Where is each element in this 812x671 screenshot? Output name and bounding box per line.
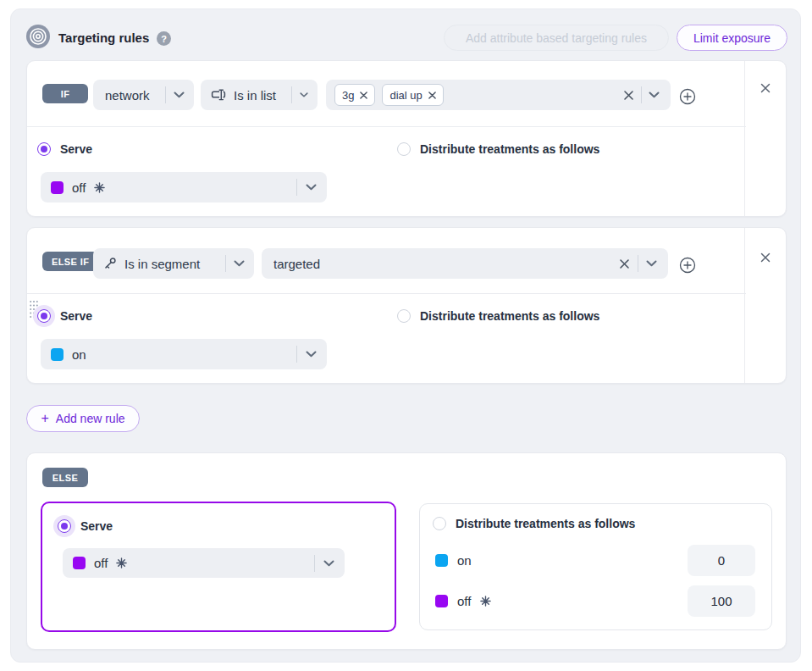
clear-values-button[interactable] [623,90,634,101]
chip-label: dial up [389,89,422,102]
distribution-row-off: off [435,594,491,608]
serve-label: Serve [80,519,113,533]
treatment-name: off [94,556,108,570]
rule-actions-column [744,61,786,216]
segment-input-wrap [262,248,668,279]
plus-circle-icon [678,256,697,274]
serve-radio[interactable] [37,142,51,156]
clear-icon [623,90,634,101]
clear-segment-button[interactable] [619,258,630,269]
serve-option: Serve [37,309,92,323]
default-treatment-asterisk-icon [116,557,127,568]
add-condition-button[interactable] [678,256,697,274]
divider [641,86,642,103]
chevron-down-icon [306,184,317,191]
matcher-dropdown[interactable]: Is in list [201,80,318,110]
clear-icon [619,258,630,269]
treatment-name: on [457,553,472,568]
condition-separator [27,293,746,294]
percent-input-off[interactable] [688,585,755,617]
else-badge: ELSE [42,468,88,487]
distribute-radio[interactable] [433,517,446,530]
else-card: ELSE Serve off Distribute treatments as … [26,452,787,650]
distribute-option: Distribute treatments as follows [397,142,599,156]
chevron-down-icon [300,92,308,98]
help-icon[interactable]: ? [157,31,171,46]
segment-input[interactable] [273,257,611,271]
treatment-dropdown[interactable]: on [41,339,327,369]
chevron-down-icon [174,92,185,98]
chevron-down-icon[interactable] [649,92,660,98]
else-if-badge: ELSE IF [42,252,98,271]
treatment-swatch [435,554,448,567]
chevron-down-icon[interactable] [646,260,657,267]
attribute-dropdown[interactable]: network [93,80,194,110]
value-chip: 3g [334,84,375,106]
divider [296,179,297,196]
distribute-panel[interactable]: Distribute treatments as follows on off [419,503,772,630]
matcher-value: Is in segment [124,257,200,271]
targeting-rules-icon [26,25,50,48]
remove-chip-icon[interactable] [428,92,436,99]
delete-rule-button[interactable] [756,79,775,97]
divider [314,555,315,572]
rule-actions-column [744,228,786,383]
treatment-name: on [72,347,86,362]
distribute-label: Distribute treatments as follows [456,517,635,530]
matcher-value: Is in list [234,88,276,103]
treatment-dropdown[interactable]: off [63,548,345,578]
key-icon [103,257,117,270]
treatment-swatch [51,181,64,194]
serve-label: Serve [60,309,92,323]
serve-panel-selected[interactable]: Serve off [41,502,396,632]
add-condition-button[interactable] [678,87,697,106]
treatment-swatch [51,348,64,361]
distribute-label: Distribute treatments as follows [420,142,599,156]
serve-radio[interactable] [58,519,71,533]
add-new-rule-button[interactable]: + Add new rule [26,405,140,432]
if-badge: IF [42,84,88,103]
list-values-input[interactable]: 3g dial up [326,80,671,110]
treatment-swatch [435,595,448,607]
add-attribute-rules-button[interactable]: Add attribute based targeting rules [444,25,669,51]
add-new-rule-label: Add new rule [56,412,125,425]
condition-separator [27,126,746,127]
delete-rule-button[interactable] [756,248,775,267]
chevron-down-icon [323,560,334,567]
serve-label: Serve [60,142,92,156]
treatment-name: off [457,594,471,608]
default-treatment-asterisk-icon [94,182,105,193]
value-chip: dial up [382,84,443,106]
divider [165,86,166,103]
serve-option: Serve [37,142,92,156]
divider [291,86,292,103]
matcher-dropdown[interactable]: Is in segment [93,248,254,279]
chevron-down-icon [234,260,245,267]
plus-icon: + [41,411,48,426]
string-match-icon [210,89,226,101]
distribute-label: Distribute treatments as follows [420,309,599,323]
divider [638,255,638,272]
rule-card-else-if: ELSE IF Is in segment [26,227,787,384]
limit-exposure-button[interactable]: Limit exposure [677,25,787,51]
distribution-row-on: on [435,553,472,568]
remove-chip-icon[interactable] [360,92,367,99]
serve-radio[interactable] [37,309,51,323]
chevron-down-icon [306,351,317,358]
rule-card-if: IF network Is in list 3g dial up [26,60,787,217]
attribute-value: network [105,88,150,103]
targeting-rules-panel: Targeting rules ? Add attribute based ta… [10,8,801,663]
distribute-radio[interactable] [397,142,411,156]
divider [296,346,297,363]
treatment-dropdown[interactable]: off [41,172,327,202]
page-title: Targeting rules [58,30,149,45]
default-treatment-asterisk-icon [480,596,491,607]
chip-label: 3g [342,89,354,102]
treatment-name: off [72,180,86,195]
distribute-option: Distribute treatments as follows [397,309,599,323]
treatment-swatch [73,557,86,569]
percent-input-on[interactable] [688,545,755,576]
serve-option: Serve [58,519,113,533]
divider [225,255,226,272]
distribute-radio[interactable] [397,309,411,323]
